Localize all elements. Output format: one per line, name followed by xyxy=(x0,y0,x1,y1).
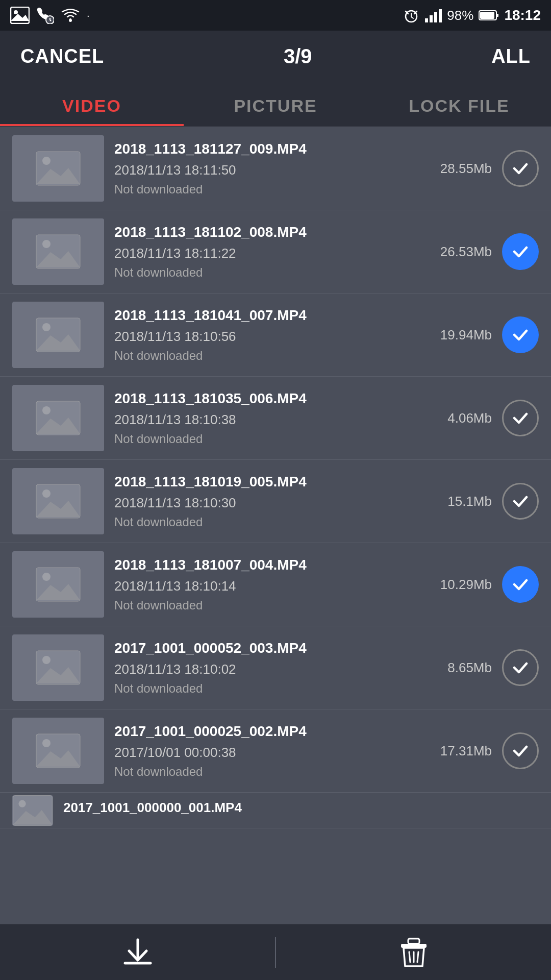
svg-point-35 xyxy=(42,739,51,747)
file-name: 2018_1113_181127_009.MP4 xyxy=(114,141,420,157)
checkmark-icon xyxy=(510,325,531,345)
file-name: 2018_1113_181041_007.MP4 xyxy=(114,307,420,324)
checkmark-icon xyxy=(510,491,531,511)
file-checkbox[interactable] xyxy=(502,233,539,270)
battery-icon xyxy=(479,9,499,21)
gallery-icon xyxy=(10,7,30,24)
file-name: 2017_1001_000025_002.MP4 xyxy=(114,723,420,740)
svg-point-29 xyxy=(42,573,51,581)
checkmark-icon xyxy=(510,241,531,262)
file-date: 2018/11/13 18:10:38 xyxy=(114,412,420,428)
file-thumbnail xyxy=(12,718,104,784)
status-bar: · 98% 18:12 xyxy=(0,0,551,31)
svg-point-32 xyxy=(42,656,51,664)
image-placeholder-icon xyxy=(35,151,81,186)
file-status: Not downloaded xyxy=(114,681,420,696)
file-size: 10.29Mb xyxy=(431,577,492,593)
top-header: CANCEL 3/9 ALL xyxy=(0,31,551,82)
file-item: 2018_1113_181035_006.MP42018/11/13 18:10… xyxy=(0,377,551,460)
file-item: 2018_1113_181102_008.MP42018/11/13 18:11… xyxy=(0,210,551,293)
file-thumbnail xyxy=(12,551,104,618)
file-size: 28.55Mb xyxy=(431,161,492,177)
status-bar-right: 98% 18:12 xyxy=(403,7,541,23)
file-checkbox[interactable] xyxy=(502,150,539,187)
select-all-button[interactable]: ALL xyxy=(491,45,531,67)
file-size: 8.65Mb xyxy=(431,660,492,676)
file-status: Not downloaded xyxy=(114,765,420,779)
svg-point-20 xyxy=(42,323,51,331)
tab-video[interactable]: VIDEO xyxy=(0,82,184,126)
svg-marker-2 xyxy=(11,14,29,21)
file-info: 2018_1113_181102_008.MP42018/11/13 18:11… xyxy=(114,224,420,280)
image-placeholder-icon xyxy=(35,317,81,353)
file-date: 2018/11/13 18:11:22 xyxy=(114,246,420,261)
file-status: Not downloaded xyxy=(114,598,420,612)
bottom-bar xyxy=(0,924,551,980)
notification-dot: · xyxy=(87,10,90,21)
svg-point-23 xyxy=(42,406,51,414)
phone-icon xyxy=(37,7,54,24)
file-name: 2017_1001_000052_003.MP4 xyxy=(114,640,420,656)
checkmark-icon xyxy=(510,741,531,761)
file-info: 2017_1001_000025_002.MP42017/10/01 00:00… xyxy=(114,723,420,779)
file-date: 2018/11/13 18:10:02 xyxy=(114,662,420,677)
checkmark-icon xyxy=(510,158,531,179)
file-thumbnail xyxy=(12,795,53,826)
svg-point-4 xyxy=(69,19,72,22)
file-thumbnail xyxy=(12,135,104,202)
file-info: 2018_1113_181035_006.MP42018/11/13 18:10… xyxy=(114,390,420,446)
svg-point-1 xyxy=(14,10,18,14)
file-checkbox[interactable] xyxy=(502,649,539,686)
trash-icon xyxy=(396,935,432,970)
file-size: 19.94Mb xyxy=(431,327,492,343)
image-placeholder-icon xyxy=(35,650,81,685)
svg-point-17 xyxy=(42,240,51,248)
tab-lockfile[interactable]: LOCK FILE xyxy=(367,82,551,126)
file-info: 2017_1001_000052_003.MP42018/11/13 18:10… xyxy=(114,640,420,696)
alarm-icon xyxy=(403,7,419,23)
image-placeholder-icon xyxy=(35,400,81,436)
file-checkbox[interactable] xyxy=(502,316,539,353)
file-checkbox[interactable] xyxy=(502,566,539,603)
file-checkbox[interactable] xyxy=(502,483,539,520)
file-date: 2018/11/13 18:10:56 xyxy=(114,329,420,345)
file-info: 2018_1113_181007_004.MP42018/11/13 18:10… xyxy=(114,557,420,612)
file-info: 2018_1113_181019_005.MP42018/11/13 18:10… xyxy=(114,474,420,529)
file-name: 2018_1113_181007_004.MP4 xyxy=(114,557,420,573)
image-placeholder-icon xyxy=(35,567,81,602)
image-placeholder-icon xyxy=(35,234,81,270)
checkmark-icon xyxy=(510,657,531,678)
file-item: 2017_1001_000025_002.MP42017/10/01 00:00… xyxy=(0,709,551,793)
svg-rect-11 xyxy=(480,12,494,19)
file-name: 2018_1113_181035_006.MP4 xyxy=(114,390,420,407)
file-item: 2018_1113_181007_004.MP42018/11/13 18:10… xyxy=(0,543,551,626)
file-size: 17.31Mb xyxy=(431,743,492,759)
file-name: 2018_1113_181102_008.MP4 xyxy=(114,224,420,240)
svg-rect-7 xyxy=(430,15,433,22)
file-item: 2018_1113_181127_009.MP42018/11/13 18:11… xyxy=(0,127,551,210)
file-status: Not downloaded xyxy=(114,515,420,529)
file-status: Not downloaded xyxy=(114,349,420,363)
status-bar-left: · xyxy=(10,7,90,24)
svg-rect-41 xyxy=(408,939,419,944)
file-thumbnail xyxy=(12,468,104,534)
svg-rect-9 xyxy=(439,9,442,22)
cancel-button[interactable]: CANCEL xyxy=(20,45,104,67)
wifi-icon xyxy=(61,8,80,22)
file-status: Not downloaded xyxy=(114,182,420,197)
image-placeholder-icon xyxy=(35,733,81,769)
file-checkbox[interactable] xyxy=(502,732,539,769)
file-checkbox[interactable] xyxy=(502,400,539,436)
tab-picture[interactable]: PICTURE xyxy=(184,82,367,126)
delete-button[interactable] xyxy=(276,935,551,970)
file-date: 2018/11/13 18:10:30 xyxy=(114,495,420,511)
checkmark-icon xyxy=(510,574,531,595)
download-button[interactable] xyxy=(0,935,275,970)
tab-bar: VIDEO PICTURE LOCK FILE xyxy=(0,82,551,127)
file-status: Not downloaded xyxy=(114,265,420,280)
file-status: Not downloaded xyxy=(114,432,420,446)
file-date: 2018/11/13 18:11:50 xyxy=(114,162,420,178)
download-icon xyxy=(120,935,156,970)
selection-counter: 3/9 xyxy=(284,45,312,68)
file-date: 2018/11/13 18:10:14 xyxy=(114,578,420,594)
